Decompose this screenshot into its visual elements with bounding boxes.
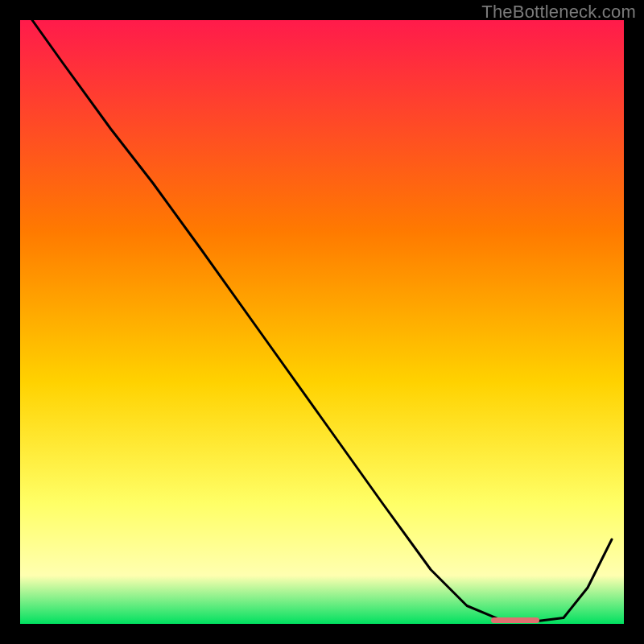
gradient-background: [20, 20, 624, 624]
chart-svg: [20, 20, 624, 624]
bottleneck-gradient-chart: [20, 20, 624, 624]
optimal-marker: [491, 617, 539, 623]
